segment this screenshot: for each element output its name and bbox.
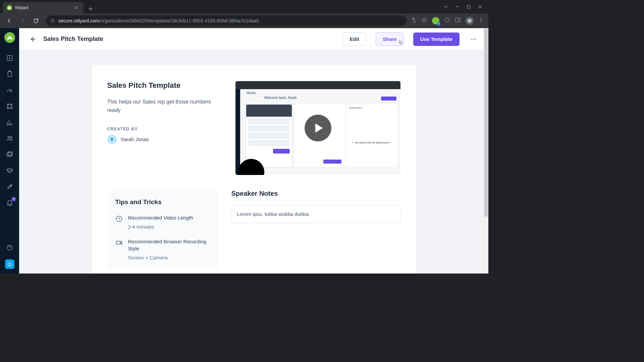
tab-close-icon[interactable]	[74, 5, 79, 10]
svg-rect-14	[8, 152, 12, 156]
thumb-new-video-button	[381, 97, 396, 101]
svg-point-9	[7, 108, 8, 109]
creator-row: 9 Sarah Jonas	[107, 135, 222, 144]
thumb-onboarding-panel	[246, 105, 292, 167]
template-meta: Sales Pitch Template This helps our Sale…	[107, 81, 222, 175]
creator-name: Sarah Jonas	[121, 136, 149, 142]
notifications-badge: 7	[11, 197, 16, 201]
edit-button[interactable]: Edit	[343, 33, 366, 46]
vidyard-logo-icon[interactable]	[4, 32, 15, 43]
vidyard-extension-icon[interactable]	[432, 17, 439, 24]
nav-team-icon[interactable]	[5, 134, 14, 143]
page-title: Sales Pitch Template	[43, 36, 103, 43]
svg-point-10	[11, 108, 12, 109]
bookmark-star-icon[interactable]	[421, 17, 427, 24]
svg-point-15	[10, 185, 11, 186]
tabs-dropdown-icon[interactable]	[443, 4, 448, 9]
url-text: secure.vidyard.com/organizations/3454320…	[58, 18, 259, 23]
window-controls	[443, 0, 488, 13]
nav-gauge-icon[interactable]	[5, 86, 14, 95]
address-bar[interactable]: secure.vidyard.com/organizations/3454320…	[46, 15, 407, 26]
side-panel-icon[interactable]	[455, 17, 461, 24]
lock-icon	[50, 18, 55, 23]
tip-label: Recommended Video Length	[128, 215, 193, 221]
window-minimize-icon[interactable]	[455, 5, 460, 9]
extensions-puzzle-icon[interactable]	[444, 17, 450, 24]
camera-icon	[115, 239, 123, 247]
tip-value: Screen + Camera	[128, 255, 210, 260]
svg-point-12	[10, 137, 12, 138]
window-close-icon[interactable]	[478, 5, 482, 9]
svg-point-4	[481, 21, 482, 22]
svg-rect-1	[455, 18, 460, 22]
share-button[interactable]: Share	[376, 33, 404, 46]
browser-tabstrip: Vidyard	[0, 0, 488, 13]
template-title: Sales Pitch Template	[107, 81, 222, 90]
nav-clipboard-icon[interactable]	[5, 70, 14, 78]
nav-power-icon[interactable]	[5, 259, 14, 269]
back-button[interactable]	[28, 35, 37, 44]
thumb-welcome-text: Welcome back, Sarah	[264, 96, 297, 100]
profile-avatar-icon[interactable]	[466, 17, 474, 25]
template-card: Sales Pitch Template This helps our Sale…	[92, 65, 416, 274]
nav-academy-icon[interactable]	[5, 166, 14, 175]
svg-point-11	[8, 136, 10, 138]
nav-notifications-icon[interactable]: 7	[5, 198, 14, 207]
share-page-icon[interactable]	[411, 17, 417, 24]
nav-back-button[interactable]	[3, 15, 15, 26]
svg-point-7	[7, 104, 8, 105]
tip-row: Recommended Browser Recording Style Scre…	[115, 238, 210, 260]
use-template-button[interactable]: Use Template	[413, 33, 460, 46]
svg-point-3	[481, 20, 482, 21]
svg-point-8	[11, 104, 12, 105]
svg-rect-0	[467, 5, 470, 8]
svg-point-19	[475, 39, 476, 40]
tips-heading: Tips and Tricks	[115, 198, 210, 206]
nav-forward-button	[17, 15, 28, 26]
nav-rocket-icon[interactable]	[5, 182, 14, 191]
vertical-scrollbar[interactable]	[483, 28, 488, 274]
thumb-home-label: Home	[247, 91, 256, 95]
tips-panel: Tips and Tricks Recommended Video Length…	[107, 190, 218, 269]
browser-toolbar: secure.vidyard.com/organizations/3454320…	[0, 13, 488, 28]
nav-channels-icon[interactable]	[5, 150, 14, 159]
app-main: Sales Pitch Template Edit Share Use Temp…	[19, 28, 488, 274]
nav-analytics-icon[interactable]	[5, 118, 14, 127]
template-description: This helps our Sales rep get those numbe…	[107, 98, 222, 115]
clock-icon	[115, 215, 123, 223]
vidyard-favicon	[7, 5, 12, 10]
svg-rect-21	[116, 241, 120, 244]
app-sidebar: 7	[0, 28, 19, 274]
browser-tab[interactable]: Vidyard	[3, 2, 83, 13]
nav-help-icon[interactable]	[5, 243, 14, 252]
svg-rect-13	[7, 153, 11, 157]
nav-reload-button[interactable]	[30, 15, 42, 26]
thumb-leaderboard-panel: Leaderboard Get started with the leaderb…	[347, 105, 397, 167]
window-maximize-icon[interactable]	[467, 5, 471, 9]
new-tab-button[interactable]	[86, 4, 95, 13]
page-header: Sales Pitch Template Edit Share Use Temp…	[19, 28, 488, 50]
speaker-notes-body: Lorem ipsu. lubba wubba dubba.	[231, 205, 400, 223]
speaker-notes-heading: Speaker Notes	[231, 190, 400, 197]
app-viewport: 7 Sales Pitch Template Edit Share Use Te…	[0, 28, 488, 274]
svg-point-18	[473, 39, 474, 40]
play-button-icon[interactable]	[305, 115, 331, 141]
chrome-menu-icon[interactable]	[478, 17, 484, 24]
svg-point-2	[481, 18, 482, 19]
nav-integrations-icon[interactable]	[5, 102, 14, 111]
toolbar-right-icons	[411, 17, 485, 25]
nav-library-icon[interactable]	[5, 54, 14, 62]
tip-label: Recommended Browser Recording Style	[128, 238, 210, 252]
svg-rect-6	[8, 72, 11, 77]
content-area[interactable]: Sales Pitch Template This helps our Sale…	[19, 50, 488, 274]
tab-title: Vidyard	[15, 5, 71, 10]
scrollbar-thumb[interactable]	[484, 29, 488, 217]
svg-point-17	[471, 39, 472, 40]
more-actions-button[interactable]	[468, 33, 480, 45]
tip-value: 2-4 minutes	[128, 224, 193, 230]
created-by-label: CREATED BY	[107, 127, 222, 131]
speaker-notes-section: Speaker Notes Lorem ipsu. lubba wubba du…	[231, 190, 400, 223]
creator-avatar: 9	[107, 135, 117, 144]
video-thumbnail[interactable]: Home Welcome back, Sarah	[235, 81, 400, 175]
tip-row: Recommended Video Length 2-4 minutes	[115, 215, 210, 230]
